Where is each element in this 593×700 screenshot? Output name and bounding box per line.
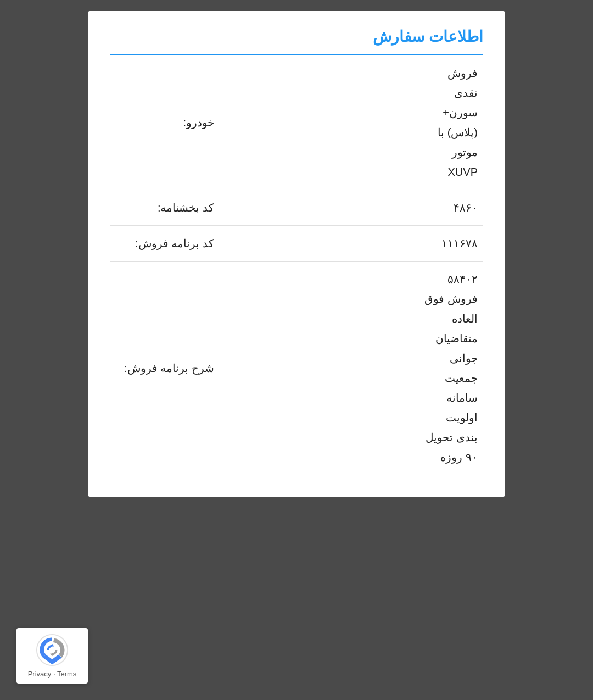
value-line: ۹۰ روزه xyxy=(225,447,478,467)
value-line: بندی تحویل xyxy=(225,427,478,447)
value-cell: ۴۸۶۰ xyxy=(220,190,483,226)
recaptcha-badge: Privacy · Terms xyxy=(16,628,88,684)
table-row: ۴۸۶۰کد بخشنامه: xyxy=(110,190,483,226)
recaptcha-icon xyxy=(36,634,69,666)
page-title: اطلاعات سفارش xyxy=(110,27,483,46)
privacy-link[interactable]: Privacy xyxy=(28,670,52,678)
table-row: ۵۸۴۰۲فروش فوقالعادهمتقاضیانجوانیجمعیتسام… xyxy=(110,262,483,475)
value-line: سورن+ xyxy=(225,103,478,123)
recaptcha-text: Privacy · Terms xyxy=(28,670,77,678)
value-line: جمعیت xyxy=(225,368,478,388)
terms-link[interactable]: Terms xyxy=(57,670,76,678)
value-line: نقدی xyxy=(225,83,478,103)
value-line: فروش xyxy=(225,63,478,83)
info-table: فروشنقدیسورن+(پلاس) باموتورXUVPخودرو:۴۸۶… xyxy=(110,55,483,475)
value-line: موتور xyxy=(225,142,478,162)
value-line: متقاضیان xyxy=(225,329,478,348)
value-line: ۵۸۴۰۲ xyxy=(225,269,478,289)
label-cell: شرح برنامه فروش: xyxy=(110,262,220,475)
recaptcha-separator: · xyxy=(53,670,57,678)
value-line: XUVP xyxy=(225,162,478,182)
value-cell: ۱۱۱۶۷۸ xyxy=(220,226,483,262)
value-cell: فروشنقدیسورن+(پلاس) باموتورXUVP xyxy=(220,55,483,190)
value-line: اولویت xyxy=(225,408,478,427)
value-cell: ۵۸۴۰۲فروش فوقالعادهمتقاضیانجوانیجمعیتسام… xyxy=(220,262,483,475)
label-cell: کد برنامه فروش: xyxy=(110,226,220,262)
value-line: جوانی xyxy=(225,348,478,368)
value-line: سامانه xyxy=(225,388,478,408)
label-cell: خودرو: xyxy=(110,55,220,190)
value-line: العاده xyxy=(225,309,478,329)
value-line: ۱۱۱۶۷۸ xyxy=(225,234,478,253)
value-line: ۴۸۶۰ xyxy=(225,198,478,218)
table-row: فروشنقدیسورن+(پلاس) باموتورXUVPخودرو: xyxy=(110,55,483,190)
table-row: ۱۱۱۶۷۸کد برنامه فروش: xyxy=(110,226,483,262)
value-line: فروش فوق xyxy=(225,289,478,309)
label-cell: کد بخشنامه: xyxy=(110,190,220,226)
value-line: (پلاس) با xyxy=(225,123,478,142)
order-info-card: اطلاعات سفارش فروشنقدیسورن+(پلاس) باموتو… xyxy=(88,11,505,497)
